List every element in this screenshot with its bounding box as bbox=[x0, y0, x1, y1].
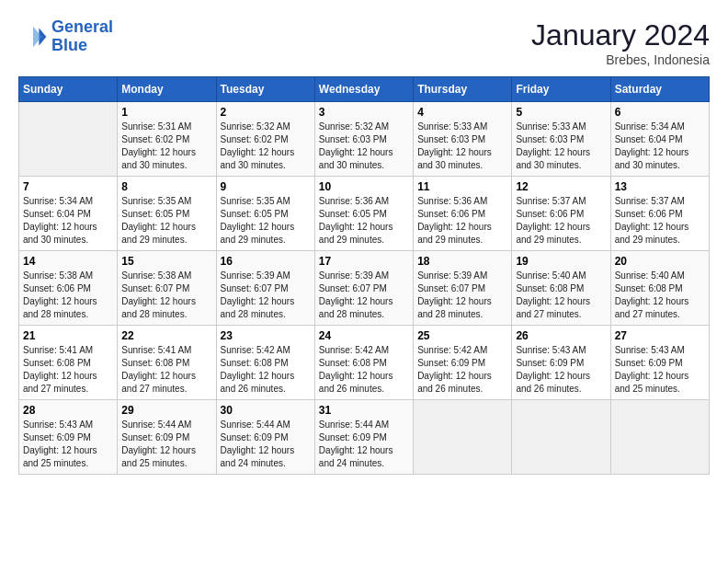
weekday-header-cell: Tuesday bbox=[216, 77, 314, 102]
day-info: Sunrise: 5:38 AMSunset: 6:07 PMDaylight:… bbox=[121, 270, 211, 321]
calendar-cell: 10Sunrise: 5:36 AMSunset: 6:05 PMDayligh… bbox=[314, 177, 413, 251]
calendar-cell: 5Sunrise: 5:33 AMSunset: 6:03 PMDaylight… bbox=[512, 102, 610, 177]
weekday-header-cell: Friday bbox=[512, 77, 610, 102]
day-info: Sunrise: 5:40 AMSunset: 6:08 PMDaylight:… bbox=[615, 270, 705, 321]
weekday-header-cell: Sunday bbox=[19, 77, 118, 102]
day-info: Sunrise: 5:38 AMSunset: 6:06 PMDaylight:… bbox=[23, 270, 113, 321]
day-number: 13 bbox=[615, 180, 705, 193]
day-number: 9 bbox=[221, 180, 311, 193]
day-info: Sunrise: 5:42 AMSunset: 6:09 PMDaylight:… bbox=[417, 344, 507, 396]
day-info: Sunrise: 5:35 AMSunset: 6:05 PMDaylight:… bbox=[121, 195, 211, 247]
calendar-cell: 15Sunrise: 5:38 AMSunset: 6:07 PMDayligh… bbox=[118, 251, 216, 326]
weekday-header-cell: Thursday bbox=[414, 77, 512, 102]
day-info: Sunrise: 5:37 AMSunset: 6:06 PMDaylight:… bbox=[516, 195, 606, 247]
calendar-cell bbox=[512, 400, 610, 475]
day-info: Sunrise: 5:42 AMSunset: 6:08 PMDaylight:… bbox=[319, 344, 409, 396]
calendar-table: SundayMondayTuesdayWednesdayThursdayFrid… bbox=[18, 76, 710, 475]
day-number: 22 bbox=[121, 329, 211, 342]
day-number: 21 bbox=[23, 329, 113, 342]
day-info: Sunrise: 5:42 AMSunset: 6:08 PMDaylight:… bbox=[221, 344, 311, 396]
day-info: Sunrise: 5:39 AMSunset: 6:07 PMDaylight:… bbox=[417, 270, 507, 321]
calendar-cell bbox=[414, 400, 512, 475]
calendar-cell: 7Sunrise: 5:34 AMSunset: 6:04 PMDaylight… bbox=[19, 177, 118, 251]
location: Brebes, Indonesia bbox=[531, 52, 710, 67]
day-info: Sunrise: 5:39 AMSunset: 6:07 PMDaylight:… bbox=[221, 270, 311, 321]
day-info: Sunrise: 5:43 AMSunset: 6:09 PMDaylight:… bbox=[23, 419, 113, 470]
calendar-cell: 26Sunrise: 5:43 AMSunset: 6:09 PMDayligh… bbox=[512, 326, 610, 400]
day-info: Sunrise: 5:44 AMSunset: 6:09 PMDaylight:… bbox=[319, 419, 409, 470]
day-info: Sunrise: 5:34 AMSunset: 6:04 PMDaylight:… bbox=[615, 121, 705, 172]
day-info: Sunrise: 5:41 AMSunset: 6:08 PMDaylight:… bbox=[23, 344, 113, 396]
day-number: 29 bbox=[121, 404, 211, 417]
calendar-cell: 6Sunrise: 5:34 AMSunset: 6:04 PMDaylight… bbox=[610, 102, 709, 177]
calendar-cell bbox=[610, 400, 709, 475]
day-number: 23 bbox=[221, 329, 311, 342]
day-number: 11 bbox=[417, 180, 507, 193]
calendar-cell: 3Sunrise: 5:32 AMSunset: 6:03 PMDaylight… bbox=[314, 102, 413, 177]
day-number: 10 bbox=[319, 180, 409, 193]
calendar-cell: 8Sunrise: 5:35 AMSunset: 6:05 PMDaylight… bbox=[118, 177, 216, 251]
calendar-cell: 16Sunrise: 5:39 AMSunset: 6:07 PMDayligh… bbox=[216, 251, 314, 326]
day-info: Sunrise: 5:32 AMSunset: 6:03 PMDaylight:… bbox=[319, 121, 409, 172]
calendar-cell: 18Sunrise: 5:39 AMSunset: 6:07 PMDayligh… bbox=[414, 251, 512, 326]
day-info: Sunrise: 5:40 AMSunset: 6:08 PMDaylight:… bbox=[516, 270, 606, 321]
page-header: General Blue January 2024 Brebes, Indone… bbox=[18, 18, 710, 67]
day-info: Sunrise: 5:32 AMSunset: 6:02 PMDaylight:… bbox=[221, 121, 311, 172]
day-number: 31 bbox=[319, 404, 409, 417]
calendar-cell: 11Sunrise: 5:36 AMSunset: 6:06 PMDayligh… bbox=[414, 177, 512, 251]
day-info: Sunrise: 5:43 AMSunset: 6:09 PMDaylight:… bbox=[516, 344, 606, 396]
calendar-week-row: 7Sunrise: 5:34 AMSunset: 6:04 PMDaylight… bbox=[19, 177, 710, 251]
day-info: Sunrise: 5:44 AMSunset: 6:09 PMDaylight:… bbox=[221, 419, 311, 470]
calendar-cell: 21Sunrise: 5:41 AMSunset: 6:08 PMDayligh… bbox=[19, 326, 118, 400]
calendar-cell: 30Sunrise: 5:44 AMSunset: 6:09 PMDayligh… bbox=[216, 400, 314, 475]
calendar-body: 1Sunrise: 5:31 AMSunset: 6:02 PMDaylight… bbox=[19, 102, 710, 475]
day-number: 5 bbox=[516, 106, 606, 119]
weekday-header-cell: Monday bbox=[118, 77, 216, 102]
day-info: Sunrise: 5:36 AMSunset: 6:06 PMDaylight:… bbox=[417, 195, 507, 247]
calendar-cell: 31Sunrise: 5:44 AMSunset: 6:09 PMDayligh… bbox=[314, 400, 413, 475]
calendar-cell: 27Sunrise: 5:43 AMSunset: 6:09 PMDayligh… bbox=[610, 326, 709, 400]
calendar-cell: 25Sunrise: 5:42 AMSunset: 6:09 PMDayligh… bbox=[414, 326, 512, 400]
logo: General Blue bbox=[18, 18, 113, 55]
day-number: 26 bbox=[516, 329, 606, 342]
month-year: January 2024 bbox=[531, 18, 710, 52]
calendar-week-row: 1Sunrise: 5:31 AMSunset: 6:02 PMDaylight… bbox=[19, 102, 710, 177]
calendar-cell bbox=[19, 102, 118, 177]
calendar-cell: 29Sunrise: 5:44 AMSunset: 6:09 PMDayligh… bbox=[118, 400, 216, 475]
day-number: 12 bbox=[516, 180, 606, 193]
logo-text: General Blue bbox=[51, 18, 113, 55]
calendar-cell: 1Sunrise: 5:31 AMSunset: 6:02 PMDaylight… bbox=[118, 102, 216, 177]
day-number: 6 bbox=[615, 106, 705, 119]
day-number: 24 bbox=[319, 329, 409, 342]
day-info: Sunrise: 5:44 AMSunset: 6:09 PMDaylight:… bbox=[121, 419, 211, 470]
calendar-week-row: 21Sunrise: 5:41 AMSunset: 6:08 PMDayligh… bbox=[19, 326, 710, 400]
title-block: January 2024 Brebes, Indonesia bbox=[531, 18, 710, 67]
calendar-cell: 22Sunrise: 5:41 AMSunset: 6:08 PMDayligh… bbox=[118, 326, 216, 400]
weekday-header-cell: Saturday bbox=[610, 77, 709, 102]
day-number: 20 bbox=[615, 255, 705, 268]
calendar-cell: 17Sunrise: 5:39 AMSunset: 6:07 PMDayligh… bbox=[314, 251, 413, 326]
calendar-cell: 24Sunrise: 5:42 AMSunset: 6:08 PMDayligh… bbox=[314, 326, 413, 400]
day-number: 19 bbox=[516, 255, 606, 268]
day-info: Sunrise: 5:43 AMSunset: 6:09 PMDaylight:… bbox=[615, 344, 705, 396]
day-number: 4 bbox=[417, 106, 507, 119]
day-number: 15 bbox=[121, 255, 211, 268]
day-number: 28 bbox=[23, 404, 113, 417]
calendar-week-row: 14Sunrise: 5:38 AMSunset: 6:06 PMDayligh… bbox=[19, 251, 710, 326]
day-number: 1 bbox=[121, 106, 211, 119]
day-number: 16 bbox=[221, 255, 311, 268]
day-info: Sunrise: 5:37 AMSunset: 6:06 PMDaylight:… bbox=[615, 195, 705, 247]
day-number: 2 bbox=[221, 106, 311, 119]
day-number: 27 bbox=[615, 329, 705, 342]
weekday-header-row: SundayMondayTuesdayWednesdayThursdayFrid… bbox=[19, 77, 710, 102]
calendar-cell: 23Sunrise: 5:42 AMSunset: 6:08 PMDayligh… bbox=[216, 326, 314, 400]
calendar-cell: 28Sunrise: 5:43 AMSunset: 6:09 PMDayligh… bbox=[19, 400, 118, 475]
day-number: 18 bbox=[417, 255, 507, 268]
day-number: 8 bbox=[121, 180, 211, 193]
day-info: Sunrise: 5:31 AMSunset: 6:02 PMDaylight:… bbox=[121, 121, 211, 172]
day-number: 25 bbox=[417, 329, 507, 342]
day-info: Sunrise: 5:39 AMSunset: 6:07 PMDaylight:… bbox=[319, 270, 409, 321]
day-number: 30 bbox=[221, 404, 311, 417]
day-info: Sunrise: 5:33 AMSunset: 6:03 PMDaylight:… bbox=[516, 121, 606, 172]
calendar-cell: 14Sunrise: 5:38 AMSunset: 6:06 PMDayligh… bbox=[19, 251, 118, 326]
